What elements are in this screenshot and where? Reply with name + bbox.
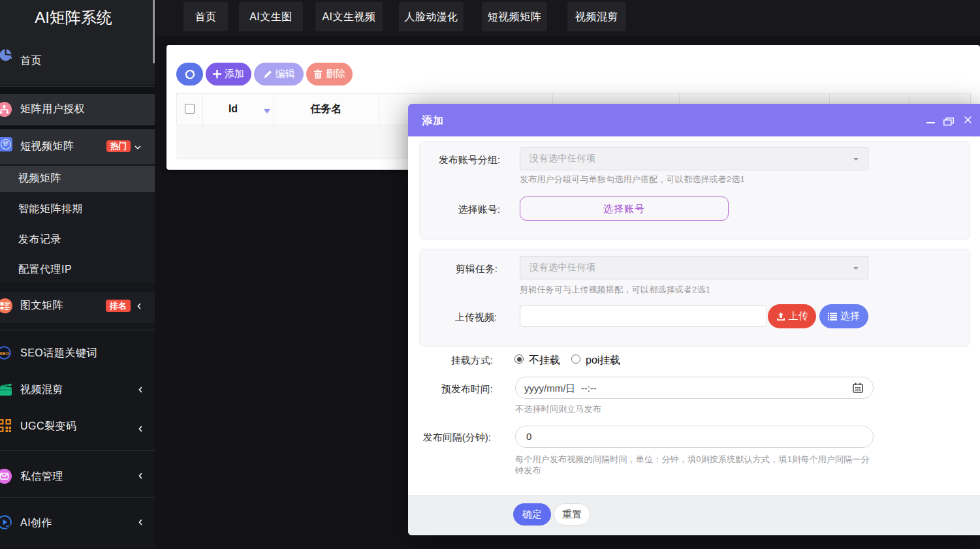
svg-text:AI: AI	[6, 524, 10, 528]
svg-text:SEO: SEO	[0, 351, 10, 356]
